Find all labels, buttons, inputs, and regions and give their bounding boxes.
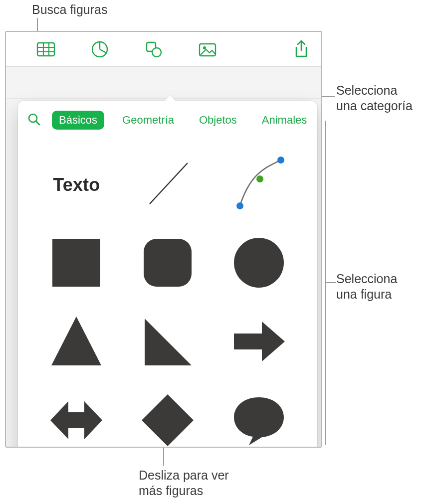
category-basicos[interactable]: Básicos — [52, 111, 104, 130]
callout-search: Busca figuras — [32, 2, 107, 17]
svg-point-13 — [152, 48, 161, 57]
arrow-right-icon — [231, 314, 287, 371]
shapes-popover: Básicos Geometría Objetos Animales Texto — [18, 101, 317, 448]
diamond-icon — [140, 392, 196, 448]
insert-chart-button[interactable] — [88, 37, 112, 61]
shape-square[interactable] — [31, 224, 122, 303]
svg-line-17 — [36, 121, 39, 125]
text-shape-label: Texto — [53, 174, 100, 195]
search-shapes-button[interactable] — [27, 112, 41, 129]
search-icon — [27, 112, 41, 128]
toolbar — [6, 32, 321, 67]
rounded-square-icon — [140, 235, 196, 293]
shape-rounded-square[interactable] — [122, 224, 214, 303]
bezier-icon — [231, 156, 287, 214]
category-objetos[interactable]: Objetos — [192, 111, 244, 130]
svg-rect-22 — [52, 239, 100, 287]
shape-arrow-double[interactable] — [31, 382, 122, 448]
svg-marker-29 — [142, 394, 194, 446]
shape-diamond[interactable] — [122, 382, 214, 448]
callout-shape: Selecciona una figura — [336, 271, 397, 303]
document-area — [6, 67, 321, 99]
share-button[interactable] — [289, 37, 313, 61]
shape-circle[interactable] — [213, 224, 304, 303]
callout-scroll: Desliza para ver más figuras — [139, 468, 229, 499]
insert-shape-button[interactable] — [142, 37, 166, 61]
svg-point-19 — [236, 202, 243, 209]
shape-speech-bubble[interactable] — [213, 382, 304, 448]
svg-rect-6 — [37, 43, 54, 56]
category-row: Básicos Geometría Objetos Animales — [18, 101, 317, 137]
svg-point-24 — [234, 238, 284, 288]
app-window: Básicos Geometría Objetos Animales Texto — [5, 31, 322, 448]
speech-bubble-icon — [231, 392, 287, 448]
svg-line-18 — [150, 163, 188, 204]
svg-marker-27 — [234, 322, 285, 361]
shapes-grid: Texto — [18, 140, 317, 448]
category-geometria[interactable]: Geometría — [115, 111, 181, 130]
triangle-icon — [48, 314, 104, 371]
svg-rect-23 — [144, 239, 192, 287]
shape-triangle[interactable] — [31, 303, 122, 382]
shape-bezier[interactable] — [213, 146, 304, 224]
category-animales[interactable]: Animales — [255, 111, 314, 130]
svg-point-21 — [277, 157, 284, 164]
callout-category: Selecciona una categoría — [336, 83, 413, 114]
svg-marker-28 — [50, 401, 102, 439]
square-icon — [48, 235, 104, 293]
line-icon — [140, 156, 196, 214]
svg-point-20 — [256, 175, 263, 182]
shape-right-triangle[interactable] — [122, 303, 214, 382]
popover-arrow — [164, 95, 176, 101]
insert-table-button[interactable] — [34, 37, 58, 61]
right-triangle-icon — [140, 314, 196, 371]
circle-icon — [231, 235, 287, 293]
shape-line[interactable] — [122, 146, 214, 224]
arrow-double-icon — [48, 392, 104, 448]
insert-media-button[interactable] — [196, 37, 219, 61]
shape-text[interactable]: Texto — [31, 146, 122, 224]
svg-marker-26 — [145, 319, 192, 365]
shape-arrow-right[interactable] — [213, 303, 304, 382]
svg-point-15 — [203, 46, 206, 49]
svg-marker-25 — [51, 317, 101, 365]
shapes-grid-scroll[interactable]: Texto — [18, 140, 317, 448]
